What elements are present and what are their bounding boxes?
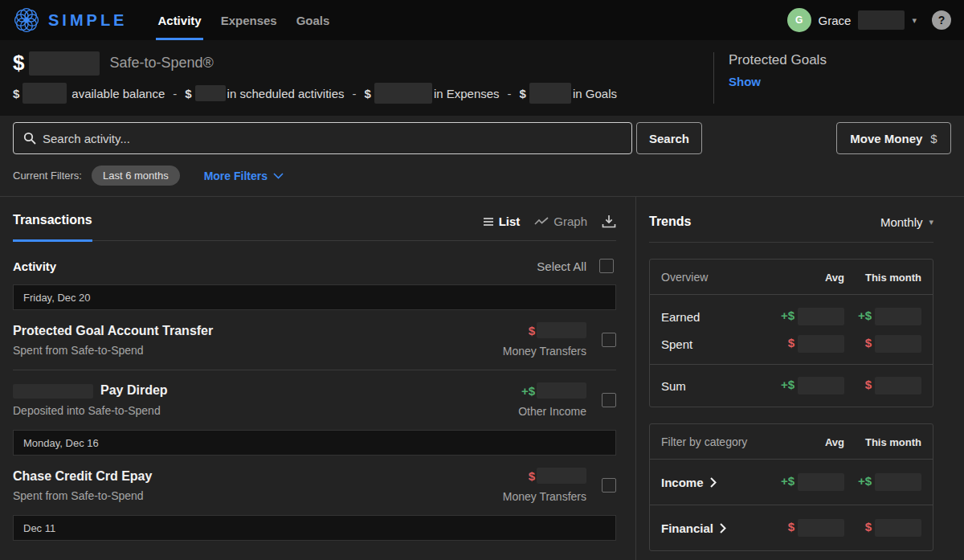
trends-title: Trends bbox=[649, 215, 691, 229]
more-filters-link[interactable]: More Filters bbox=[204, 170, 284, 182]
redacted-amount bbox=[798, 335, 844, 353]
redacted-amount bbox=[798, 519, 844, 537]
redacted-expenses bbox=[374, 83, 432, 104]
sum-label: Sum bbox=[661, 379, 758, 393]
safe-to-spend-section: $ Safe-to-Spend® $ available balance - $… bbox=[0, 40, 964, 116]
redacted-amount bbox=[537, 468, 586, 484]
trend-row-label: Spent bbox=[661, 337, 758, 351]
tab-activity[interactable]: Activity bbox=[148, 0, 210, 40]
amount-sign: +$ bbox=[521, 384, 535, 398]
transaction-checkbox[interactable] bbox=[602, 393, 616, 407]
chevron-down-icon[interactable]: ▾ bbox=[912, 15, 917, 26]
protected-goals-show-link[interactable]: Show bbox=[729, 75, 951, 88]
tab-goals[interactable]: Goals bbox=[287, 0, 340, 40]
transaction-category: Money Transfers bbox=[503, 490, 586, 503]
transaction-title: Chase Credit Crd Epay bbox=[13, 469, 503, 484]
transaction-title: Pay Dirdep bbox=[100, 383, 168, 397]
protected-goals-block: Protected Goals Show bbox=[713, 52, 951, 104]
search-button[interactable]: Search bbox=[636, 122, 702, 154]
sts-currency: $ bbox=[13, 51, 24, 76]
redacted-amount bbox=[537, 382, 586, 399]
sts-balances: $ Safe-to-Spend® $ available balance - $… bbox=[13, 51, 617, 104]
redacted-amount bbox=[875, 308, 921, 325]
transactions-title: Transactions bbox=[13, 213, 92, 242]
category-row-financial[interactable]: Financial $ $ bbox=[650, 505, 933, 550]
view-toggle-list[interactable]: List bbox=[483, 215, 521, 228]
tab-expenses[interactable]: Expenses bbox=[211, 0, 287, 40]
chevron-right-icon bbox=[710, 477, 717, 488]
transaction-category: Money Transfers bbox=[503, 345, 586, 358]
search-input[interactable] bbox=[43, 132, 622, 145]
dollar-transfer-icon: $ bbox=[930, 132, 937, 145]
sts-title: Safe-to-Spend® bbox=[109, 55, 213, 72]
category-card: Filter by category Avg This month Income… bbox=[649, 423, 933, 551]
transaction-category: Other Income bbox=[518, 405, 586, 418]
simple-logo-icon bbox=[13, 6, 40, 34]
help-icon[interactable]: ? bbox=[932, 10, 951, 30]
top-nav: SIMPLE Activity Expenses Goals G Grace ▾… bbox=[0, 0, 964, 40]
transaction-checkbox[interactable] bbox=[602, 333, 616, 347]
redacted-payer-name bbox=[13, 384, 93, 399]
redacted-amount bbox=[875, 335, 921, 353]
redacted-amount bbox=[875, 473, 921, 491]
avatar[interactable]: G bbox=[787, 8, 811, 32]
protected-goals-title: Protected Goals bbox=[729, 52, 951, 68]
transaction-subtitle: Spent from Safe-to-Spend bbox=[13, 489, 503, 502]
filters-row: Current Filters: Last 6 months More Filt… bbox=[0, 154, 964, 196]
redacted-scheduled bbox=[195, 85, 226, 101]
view-toggle-graph[interactable]: Graph bbox=[534, 215, 587, 228]
search-input-wrap bbox=[13, 122, 632, 154]
search-icon bbox=[23, 132, 36, 145]
redacted-sts-amount bbox=[29, 51, 100, 76]
select-all-checkbox[interactable] bbox=[599, 259, 614, 273]
redacted-last-name bbox=[858, 10, 905, 30]
sts-formula: $ available balance - $ in scheduled act… bbox=[13, 83, 617, 104]
trend-row-label: Earned bbox=[661, 310, 758, 324]
redacted-goals bbox=[529, 83, 571, 104]
filter-by-category-label: Filter by category bbox=[661, 435, 758, 448]
redacted-available-balance bbox=[22, 83, 67, 104]
overview-card: Overview Avg This month Earned +$ +$ Spe… bbox=[649, 259, 933, 407]
user-menu[interactable]: G Grace ▾ ? bbox=[787, 0, 951, 40]
list-icon bbox=[483, 217, 494, 227]
date-header: Monday, Dec 16 bbox=[13, 430, 616, 456]
chevron-down-icon: ▾ bbox=[929, 217, 933, 227]
primary-tabs: Activity Expenses Goals bbox=[148, 0, 339, 40]
period-dropdown[interactable]: Monthly ▾ bbox=[880, 215, 933, 229]
chevron-down-icon bbox=[273, 173, 284, 179]
select-all-label: Select All bbox=[537, 260, 586, 273]
amount-sign: $ bbox=[529, 324, 535, 337]
date-header: Dec 11 bbox=[13, 515, 616, 541]
transaction-subtitle: Deposited into Safe-to-Spend bbox=[13, 404, 518, 417]
transaction-row[interactable]: Protected Goal Account Transfer Spent fr… bbox=[13, 310, 616, 370]
category-row-income[interactable]: Income +$ +$ bbox=[650, 460, 933, 505]
col-this-month: This month bbox=[844, 272, 921, 284]
redacted-amount bbox=[537, 322, 586, 338]
redacted-amount bbox=[798, 473, 844, 491]
redacted-amount bbox=[875, 519, 921, 537]
col-this-month: This month bbox=[844, 436, 921, 448]
col-avg: Avg bbox=[758, 272, 844, 284]
current-filters-label: Current Filters: bbox=[13, 170, 82, 182]
amount-sign: $ bbox=[529, 469, 535, 483]
move-money-button[interactable]: Move Money $ bbox=[836, 122, 951, 154]
redacted-amount bbox=[798, 308, 844, 325]
brand-logo[interactable]: SIMPLE bbox=[13, 0, 127, 40]
graph-icon bbox=[534, 217, 549, 226]
download-icon[interactable] bbox=[602, 215, 616, 228]
transaction-title: Protected Goal Account Transfer bbox=[13, 324, 503, 338]
redacted-amount bbox=[798, 377, 844, 394]
search-row: Search Move Money $ bbox=[0, 116, 964, 154]
redacted-amount bbox=[875, 377, 921, 394]
transaction-subtitle: Spent from Safe-to-Spend bbox=[13, 344, 503, 357]
chevron-right-icon bbox=[720, 523, 726, 533]
transaction-row[interactable]: Pay Dirdep Deposited into Safe-to-Spend … bbox=[13, 370, 616, 430]
transaction-row[interactable]: Chase Credit Crd Epay Spent from Safe-to… bbox=[13, 456, 616, 515]
user-name: Grace bbox=[819, 14, 852, 27]
brand-wordmark: SIMPLE bbox=[48, 11, 127, 30]
filter-pill-last-6-months[interactable]: Last 6 months bbox=[92, 166, 180, 186]
transaction-checkbox[interactable] bbox=[602, 478, 616, 493]
date-header: Friday, Dec 20 bbox=[13, 284, 616, 310]
activity-section-label: Activity bbox=[13, 260, 56, 273]
col-avg: Avg bbox=[758, 436, 844, 448]
